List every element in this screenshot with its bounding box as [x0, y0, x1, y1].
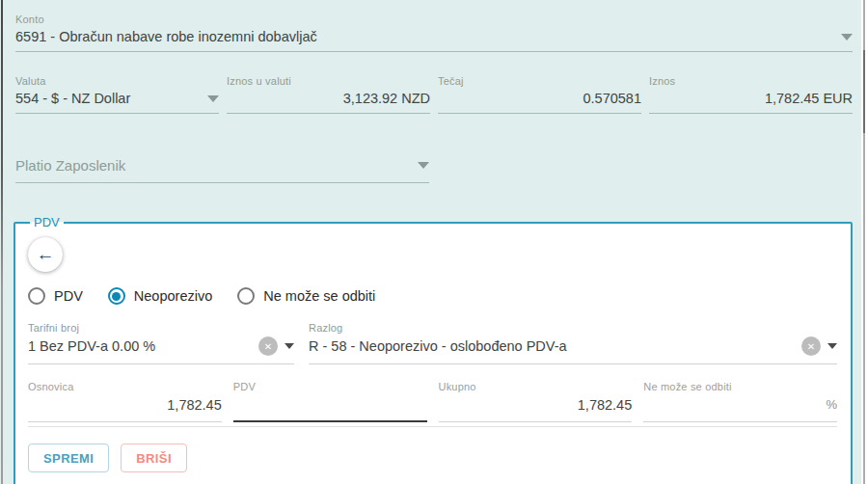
iznos-label: Iznos — [649, 75, 853, 87]
valuta-field: Valuta 554 - $ - NZ Dollar — [15, 75, 219, 114]
ne-moze-se-odbiti-field: Ne može se odbiti % — [643, 381, 837, 422]
percent-suffix: % — [826, 397, 837, 412]
chevron-down-icon[interactable] — [418, 162, 429, 169]
ukupno-label: Ukupno — [439, 381, 633, 392]
radio-pdv-label: PDV — [54, 288, 83, 304]
iznos-field: Iznos 1,782.45 EUR — [649, 75, 853, 114]
radio-icon — [237, 287, 255, 305]
iznos-u-valuti-input[interactable]: 3,123.92 NZD — [227, 91, 430, 114]
valuta-value: 554 - $ - NZ Dollar — [15, 91, 130, 106]
valuta-label: Valuta — [15, 75, 219, 87]
osnovica-input[interactable]: 1,782.45 — [28, 395, 222, 422]
radio-neoporezivo-label: Neoporezivo — [134, 288, 212, 304]
pdv-type-radio-group: PDV Neoporezivo Ne može se odbiti — [28, 287, 837, 305]
booking-form: Konto 6591 - Obračun nabave robe inozemn… — [0, 0, 868, 484]
tecaj-input[interactable]: 0.570581 — [438, 91, 641, 114]
razlog-label: Razlog — [309, 322, 837, 334]
pdv-section: PDV ← PDV Neoporezivo Ne može se odbiti … — [14, 215, 853, 484]
action-buttons: SPREMI BRIŠI — [28, 444, 837, 472]
back-button[interactable]: ← — [28, 237, 63, 272]
tarifni-broj-select[interactable]: 1 Bez PDV-a 0.00 % ✕ — [28, 336, 294, 364]
ne-moze-se-odbiti-input[interactable]: % — [643, 395, 837, 422]
tecaj-label: Tečaj — [438, 75, 641, 87]
tarifni-broj-field: Tarifni broj 1 Bez PDV-a 0.00 % ✕ — [28, 322, 294, 364]
clear-icon[interactable]: ✕ — [258, 336, 278, 356]
radio-ne-moze-se-odbiti[interactable]: Ne može se odbiti — [237, 287, 375, 305]
ukupno-field: Ukupno 1,782.45 — [439, 381, 633, 422]
tecaj-value: 0.570581 — [438, 91, 641, 106]
osnovica-label: Osnovica — [28, 381, 222, 392]
tarifni-broj-value: 1 Bez PDV-a 0.00 % — [28, 338, 155, 354]
scrollbar[interactable] — [861, 0, 868, 484]
amounts-divider — [28, 426, 837, 427]
scrollbar-thumb[interactable] — [863, 50, 865, 133]
osnovica-value: 1,782.45 — [28, 397, 222, 413]
radio-icon — [108, 287, 125, 305]
clear-icon[interactable]: ✕ — [801, 336, 821, 356]
pdv-amount-input[interactable] — [233, 395, 427, 422]
iznos-u-valuti-field: Iznos u valuti 3,123.92 NZD — [227, 75, 430, 114]
razlog-field: Razlog R - 58 - Neoporezivo - oslobođeno… — [309, 322, 837, 364]
konto-label: Konto — [15, 13, 853, 25]
valuta-select[interactable]: 554 - $ - NZ Dollar — [15, 91, 219, 114]
ukupno-input[interactable]: 1,782.45 — [439, 395, 633, 422]
arrow-left-icon: ← — [37, 245, 55, 263]
ne-moze-se-odbiti-label: Ne može se odbiti — [643, 381, 837, 392]
delete-button[interactable]: BRIŠI — [121, 444, 187, 472]
save-button[interactable]: SPREMI — [28, 444, 109, 472]
iznos-value: 1,782.45 EUR — [649, 91, 853, 106]
osnovica-field: Osnovica 1,782.45 — [28, 381, 222, 422]
konto-field: Konto 6591 - Obračun nabave robe inozemn… — [15, 13, 853, 52]
radio-neoporezivo[interactable]: Neoporezivo — [108, 287, 212, 305]
pdv-amount-label: PDV — [233, 381, 427, 392]
ukupno-value: 1,782.45 — [439, 397, 633, 413]
razlog-select[interactable]: R - 58 - Neoporezivo - oslobođeno PDV-a … — [309, 336, 837, 364]
chevron-down-icon[interactable] — [827, 343, 837, 349]
pdv-amount-field: PDV — [233, 381, 427, 422]
radio-ne-moze-se-odbiti-label: Ne može se odbiti — [263, 288, 375, 304]
iznos-input[interactable]: 1,782.45 EUR — [649, 91, 853, 114]
panel-left-border — [1, 0, 3, 484]
konto-select[interactable]: 6591 - Obračun nabave robe inozemni doba… — [15, 29, 853, 52]
chevron-down-icon[interactable] — [285, 343, 294, 349]
tarifni-broj-label: Tarifni broj — [28, 322, 294, 334]
radio-pdv[interactable]: PDV — [28, 287, 83, 305]
currency-row: Valuta 554 - $ - NZ Dollar Iznos u valut… — [15, 75, 853, 114]
platio-zaposlenik-field: Platio Zaposlenik — [15, 157, 429, 183]
platio-zaposlenik-select[interactable]: Platio Zaposlenik — [15, 157, 429, 183]
iznos-u-valuti-label: Iznos u valuti — [227, 75, 430, 87]
pdv-section-legend: PDV — [30, 215, 64, 229]
chevron-down-icon[interactable] — [841, 34, 853, 40]
tax-selects-row: Tarifni broj 1 Bez PDV-a 0.00 % ✕ Razlog… — [28, 322, 837, 364]
radio-icon — [28, 287, 45, 305]
platio-zaposlenik-placeholder: Platio Zaposlenik — [15, 157, 125, 174]
amounts-row: Osnovica 1,782.45 PDV Ukupno 1,782.45 Ne… — [28, 381, 837, 422]
chevron-down-icon[interactable] — [207, 95, 219, 102]
tecaj-field: Tečaj 0.570581 — [438, 75, 641, 114]
konto-value: 6591 - Obračun nabave robe inozemni doba… — [15, 29, 317, 44]
razlog-value: R - 58 - Neoporezivo - oslobođeno PDV-a — [309, 338, 567, 354]
iznos-u-valuti-value: 3,123.92 NZD — [227, 91, 430, 106]
